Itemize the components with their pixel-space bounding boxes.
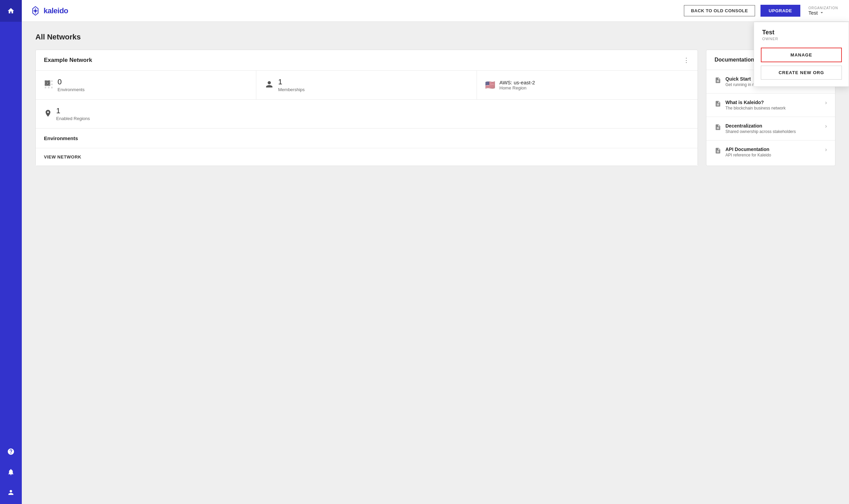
doc-arrow-api-documentation: › [825, 147, 827, 153]
logo-text: kaleido [44, 6, 68, 15]
doc-icon-quick-start [715, 77, 721, 85]
doc-desc-api-documentation: API reference for Kaleido [725, 153, 771, 157]
org-dropdown-actions: MANAGE CREATE NEW ORG [754, 44, 849, 86]
enabled-regions-label: Enabled Regions [56, 116, 90, 121]
memberships-count: 1 [278, 78, 305, 86]
us-flag-icon: 🇺🇸 [485, 80, 495, 90]
manage-org-button[interactable]: MANAGE [761, 48, 842, 62]
sidebar-help-icon[interactable] [5, 446, 17, 458]
kaleido-logo-icon [30, 5, 41, 16]
memberships-label: Memberships [278, 87, 305, 92]
network-card-header: Example Network ⋮ [36, 50, 698, 71]
sidebar-profile-icon[interactable] [5, 486, 17, 499]
environments-count: 0 [58, 78, 84, 86]
doc-icon-decentralization [715, 124, 721, 132]
memberships-icon [265, 80, 274, 90]
stat-environments-text: 0 Environments [58, 78, 84, 93]
org-name-row: Test [808, 10, 838, 16]
doc-arrow-what-is-kaleido: › [825, 100, 827, 106]
view-network-button[interactable]: VIEW NETWORK [36, 148, 698, 166]
doc-desc-decentralization: Shared ownership across stakeholders [725, 129, 796, 134]
network-stats: 0 Environments 1 Membershi [36, 71, 698, 100]
doc-desc-what-is-kaleido: The blockchain business network [725, 106, 786, 111]
sidebar-notifications-icon[interactable] [5, 466, 17, 478]
stat-aws-region: 🇺🇸 AWS: us-east-2 Home Region [477, 71, 698, 99]
org-dropdown-name: Test [762, 29, 840, 36]
chevron-down-icon [819, 10, 824, 15]
aws-info: AWS: us-east-2 Home Region [499, 80, 535, 90]
doc-item-what-is-kaleido[interactable]: What is Kaleido? The blockchain business… [706, 94, 835, 117]
create-new-org-button[interactable]: CREATE NEW ORG [761, 66, 842, 80]
doc-item-api-documentation[interactable]: API Documentation API reference for Kale… [706, 140, 835, 164]
aws-region-name: AWS: us-east-2 [499, 80, 535, 85]
main-area: kaleido BACK TO OLD CONSOLE UPGRADE ORGA… [22, 0, 849, 504]
back-to-old-console-button[interactable]: BACK TO OLD CONSOLE [684, 5, 755, 16]
topbar-actions: BACK TO OLD CONSOLE UPGRADE ORGANIZATION… [684, 5, 841, 17]
org-dropdown-header: Test OWNER [754, 22, 849, 44]
stat-memberships: 1 Memberships [256, 71, 477, 99]
doc-icon-what-is-kaleido [715, 100, 721, 108]
org-dropdown-role: OWNER [762, 37, 840, 41]
logo-area: kaleido [30, 5, 684, 16]
sidebar-home-button[interactable] [0, 0, 22, 22]
network-name: Example Network [44, 57, 92, 64]
doc-arrow-decentralization: › [825, 123, 827, 129]
environments-icon [44, 80, 53, 90]
network-environments-section: Environments [36, 129, 698, 148]
stat-environments: 0 Environments [36, 71, 256, 99]
org-dropdown: Test OWNER MANAGE CREATE NEW ORG [754, 22, 849, 87]
topbar: kaleido BACK TO OLD CONSOLE UPGRADE ORGA… [22, 0, 849, 22]
doc-title-api-documentation: API Documentation [725, 147, 771, 152]
content-grid: Example Network ⋮ [35, 50, 835, 166]
doc-title-decentralization: Decentralization [725, 123, 796, 129]
org-selector[interactable]: ORGANIZATION Test [806, 5, 841, 17]
network-card: Example Network ⋮ [35, 50, 698, 166]
org-section-label: ORGANIZATION [808, 6, 838, 10]
doc-icon-api-documentation [715, 147, 721, 155]
environments-label: Environments [58, 87, 84, 92]
location-icon [44, 109, 52, 119]
org-name: Test [808, 10, 818, 16]
stat-memberships-text: 1 Memberships [278, 78, 305, 93]
aws-region-label: Home Region [499, 85, 535, 90]
upgrade-button[interactable]: UPGRADE [760, 5, 800, 17]
enabled-regions-count: 1 [56, 106, 60, 115]
doc-item-decentralization[interactable]: Decentralization Shared ownership across… [706, 117, 835, 140]
sidebar [0, 0, 22, 504]
content: All Networks Example Network ⋮ [22, 22, 849, 504]
network-region-row: 1 Enabled Regions [36, 100, 698, 129]
page-title: All Networks [35, 33, 835, 41]
doc-title-what-is-kaleido: What is Kaleido? [725, 100, 786, 105]
network-menu-dots[interactable]: ⋮ [683, 57, 689, 63]
